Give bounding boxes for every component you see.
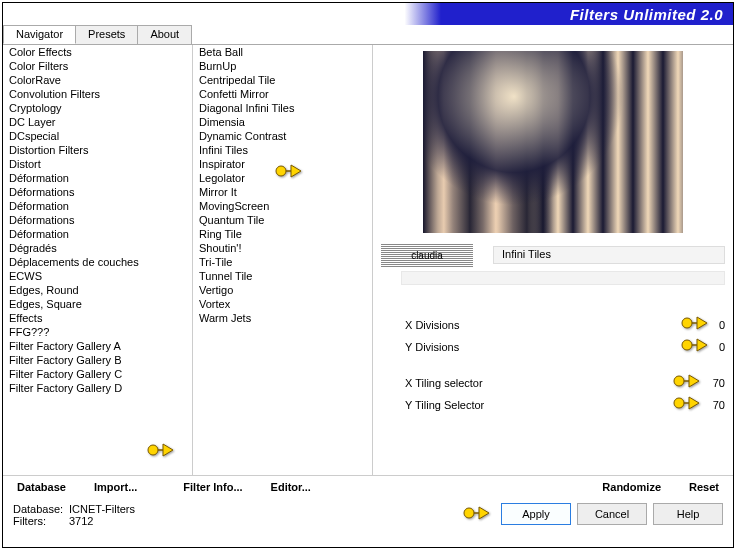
list-item[interactable]: FFG??? [3,325,192,339]
param-row: Y Tiling Selector 70 [405,395,725,415]
effect-name-box: Infini Tiles [493,246,725,264]
randomize-button[interactable]: Randomize [588,478,675,496]
effect-preview [423,51,683,233]
author-name: claudia [411,250,443,261]
list-item[interactable]: Distort [3,157,192,171]
cancel-button[interactable]: Cancel [577,503,647,525]
filter-info-button[interactable]: Filter Info... [169,478,256,496]
content-area: Color EffectsColor FiltersColorRaveConvo… [3,45,733,475]
list-item[interactable]: Distortion Filters [3,143,192,157]
list-item[interactable]: Déformation [3,171,192,185]
list-item[interactable]: Effects [3,311,192,325]
list-item[interactable]: Filter Factory Gallery C [3,367,192,381]
param-row: X Divisions 0 [405,315,725,335]
list-item[interactable]: ColorRave [3,73,192,87]
list-item[interactable]: Color Effects [3,45,192,59]
param-value[interactable]: 70 [695,399,725,411]
list-item[interactable]: Déformation [3,227,192,241]
list-item[interactable]: Confetti Mirror [193,87,372,101]
list-item[interactable]: Tri-Tile [193,255,372,269]
list-item[interactable]: Dynamic Contrast [193,129,372,143]
list-item[interactable]: Ring Tile [193,227,372,241]
list-item[interactable]: DC Layer [3,115,192,129]
effect-subbar [401,271,725,285]
list-item[interactable]: Infini Tiles [193,143,372,157]
list-item[interactable]: Mirror It [193,185,372,199]
list-item[interactable]: Dégradés [3,241,192,255]
effect-list[interactable]: Beta BallBurnUpCentripedal TileConfetti … [193,45,372,475]
param-value[interactable]: 0 [695,319,725,331]
param-label: Y Divisions [405,341,695,353]
footer: Database: ICNET-Filters Filters: 3712 Ap… [3,497,733,543]
list-item[interactable]: Beta Ball [193,45,372,59]
list-item[interactable]: Centripedal Tile [193,73,372,87]
list-item[interactable]: Déformations [3,185,192,199]
editor-button[interactable]: Editor... [257,478,325,496]
params-panel: X Divisions 0 Y Divisions 0 X Tiling sel… [405,315,725,415]
footer-buttons: Apply Cancel Help [501,503,723,543]
list-item[interactable]: Shoutin'! [193,241,372,255]
list-item[interactable]: Color Filters [3,59,192,73]
param-row: Y Divisions 0 [405,337,725,357]
tab-strip: Navigator Presets About [3,25,733,45]
apply-button[interactable]: Apply [501,503,571,525]
list-item[interactable]: Filter Factory Gallery B [3,353,192,367]
effect-header: claudia Infini Tiles [381,243,725,267]
tab-about[interactable]: About [137,25,192,44]
reset-button[interactable]: Reset [675,478,733,496]
list-item[interactable]: DCspecial [3,129,192,143]
list-item[interactable]: Filter Factory Gallery D [3,381,192,395]
filters-value: 3712 [69,515,93,527]
param-label: Y Tiling Selector [405,399,695,411]
list-item[interactable]: Vortex [193,297,372,311]
list-item[interactable]: Legolator [193,171,372,185]
list-item[interactable]: Cryptology [3,101,192,115]
database-label: Database: [13,503,69,515]
list-item[interactable]: Vertigo [193,283,372,297]
list-item[interactable]: Edges, Square [3,297,192,311]
list-item[interactable]: ECWS [3,269,192,283]
pointer-icon [463,503,491,523]
app-window: Filters Unlimited 2.0 Navigator Presets … [2,2,734,548]
list-item[interactable]: Tunnel Tile [193,269,372,283]
category-list[interactable]: Color EffectsColor FiltersColorRaveConvo… [3,45,192,475]
tab-presets[interactable]: Presets [75,25,138,44]
database-value: ICNET-Filters [69,503,135,515]
list-item[interactable]: Diagonal Infini Tiles [193,101,372,115]
list-item[interactable]: Déformations [3,213,192,227]
filters-label: Filters: [13,515,69,527]
param-label: X Divisions [405,319,695,331]
list-item[interactable]: MovingScreen [193,199,372,213]
param-value[interactable]: 0 [695,341,725,353]
app-title: Filters Unlimited 2.0 [570,6,723,23]
list-item[interactable]: Déformation [3,199,192,213]
author-badge: claudia [381,243,473,267]
list-item[interactable]: Filter Factory Gallery A [3,339,192,353]
list-item[interactable]: Quantum Tile [193,213,372,227]
title-bar: Filters Unlimited 2.0 [3,3,733,25]
list-item[interactable]: Dimensia [193,115,372,129]
list-item[interactable]: Warm Jets [193,311,372,325]
import-button[interactable]: Import... [80,478,151,496]
footer-info: Database: ICNET-Filters Filters: 3712 [13,503,135,543]
list-item[interactable]: Convolution Filters [3,87,192,101]
help-button[interactable]: Help [653,503,723,525]
param-row: X Tiling selector 70 [405,373,725,393]
list-item[interactable]: BurnUp [193,59,372,73]
effect-pane: Beta BallBurnUpCentripedal TileConfetti … [193,45,373,475]
param-value[interactable]: 70 [695,377,725,389]
param-label: X Tiling selector [405,377,695,389]
category-pane: Color EffectsColor FiltersColorRaveConvo… [3,45,193,475]
toolbar: Database Import... Filter Info... Editor… [3,475,733,497]
tab-navigator[interactable]: Navigator [3,25,76,44]
database-button[interactable]: Database [3,478,80,496]
preview-pane: claudia Infini Tiles X Divisions 0 Y Div… [373,45,733,475]
filters-info: Filters: 3712 [13,515,135,527]
list-item[interactable]: Edges, Round [3,283,192,297]
database-info: Database: ICNET-Filters [13,503,135,515]
list-item[interactable]: Déplacements de couches [3,255,192,269]
list-item[interactable]: Inspirator [193,157,372,171]
svg-point-6 [464,508,474,518]
